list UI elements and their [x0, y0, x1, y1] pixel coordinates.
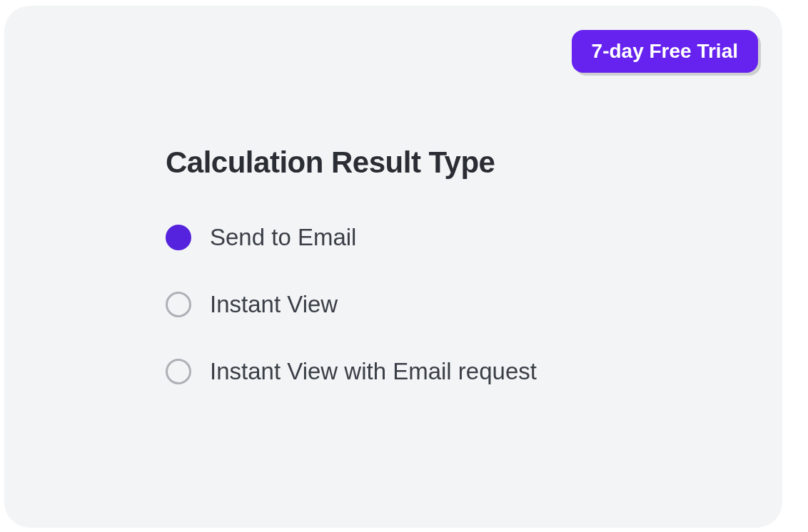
radio-option-instant-view-email[interactable]: Instant View with Email request [166, 358, 537, 385]
radio-label: Instant View with Email request [210, 358, 537, 385]
radio-unselected-icon [166, 292, 191, 317]
section-heading: Calculation Result Type [166, 145, 537, 180]
radio-label: Send to Email [210, 224, 356, 251]
settings-card: 7-day Free Trial Calculation Result Type… [4, 6, 782, 528]
radio-group: Send to Email Instant View Instant View … [166, 224, 537, 385]
radio-unselected-icon [166, 359, 191, 384]
radio-option-send-to-email[interactable]: Send to Email [166, 224, 537, 251]
radio-option-instant-view[interactable]: Instant View [166, 291, 537, 318]
trial-badge-button[interactable]: 7-day Free Trial [572, 30, 758, 73]
content-area: Calculation Result Type Send to Email In… [166, 145, 537, 385]
radio-label: Instant View [210, 291, 338, 318]
radio-selected-icon [166, 225, 191, 250]
trial-badge-label: 7-day Free Trial [592, 40, 738, 62]
